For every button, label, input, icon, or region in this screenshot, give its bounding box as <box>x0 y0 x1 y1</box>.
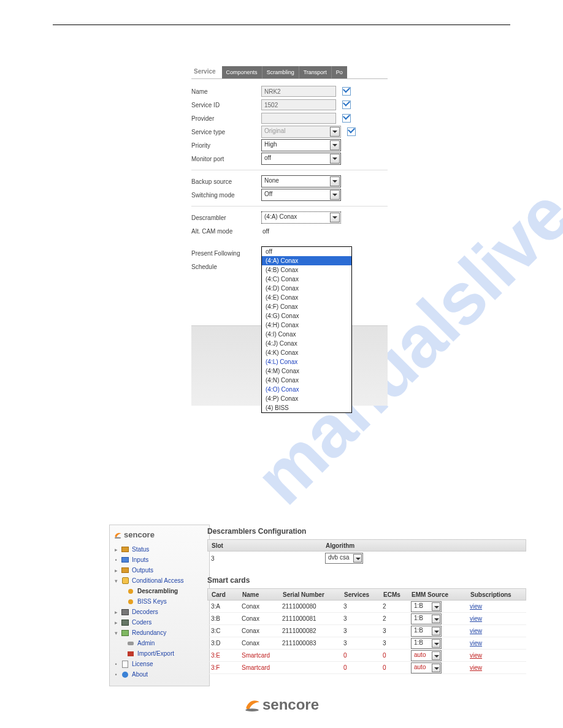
view-link[interactable]: view <box>470 664 482 671</box>
descrambler-dropdown-open[interactable]: off(4:A) Conax(4:B) Conax(4:C) Conax(4:D… <box>261 246 352 413</box>
cell-ecms: 0 <box>383 664 411 671</box>
cell-card: 3:C <box>211 628 242 634</box>
label-alt.-cam-mode: Alt. CAM mode <box>191 228 261 235</box>
sidebar-item-biss-keys[interactable]: BISS Keys <box>113 596 205 607</box>
sidebar-item-label: Conditional Access <box>132 577 184 584</box>
cell-ecms: 2 <box>383 615 411 622</box>
sidebar-item-label: Status <box>132 546 149 553</box>
view-link[interactable]: view <box>470 615 482 622</box>
dropdown-option[interactable]: (4:F) Conax <box>262 302 351 311</box>
page-top-rule <box>53 25 510 25</box>
sidebar-item-outputs[interactable]: ▸Outputs <box>113 565 205 575</box>
cell-serial: 2111000083 <box>282 640 343 646</box>
override-checkbox[interactable] <box>342 87 351 96</box>
sidebar-item-label: Inputs <box>132 556 148 563</box>
chevron-down-icon <box>432 639 440 648</box>
dropdown-option[interactable]: (4:K) Conax <box>262 348 351 357</box>
override-checkbox[interactable] <box>342 114 351 123</box>
dropdown-option[interactable]: (4:A) Conax <box>262 256 351 265</box>
field-row-service-type: Service typeOriginal <box>191 126 388 138</box>
sidebar-item-redundancy[interactable]: ▾Redundancy <box>113 628 205 638</box>
dropdown-option[interactable]: (4:D) Conax <box>262 284 351 293</box>
dropdown-option[interactable]: off <box>262 247 351 256</box>
sidebar-item-label: Admin <box>137 640 155 646</box>
tab-po[interactable]: Po <box>332 66 347 78</box>
sidebar-item-import-export[interactable]: Import/Export <box>113 648 205 659</box>
tree-arrow-icon: ▾ <box>113 578 118 584</box>
algorithm-value: dvb csa <box>328 554 349 561</box>
service-panel: Service ComponentsScramblingTransportPo … <box>191 64 388 278</box>
dropdown-option[interactable]: (4:O) Conax <box>262 385 351 394</box>
priority-select[interactable]: High <box>261 139 341 151</box>
monitor-port-select[interactable]: off <box>261 153 341 165</box>
tab-scrambling[interactable]: Scrambling <box>262 66 299 78</box>
sidebar-item-conditional-access[interactable]: ▾Conditional Access <box>113 575 205 586</box>
tab-components[interactable]: Components <box>222 66 262 78</box>
folder-icon <box>121 629 129 637</box>
bullet-icon <box>127 598 134 605</box>
cell-serial: 2111000081 <box>282 615 343 622</box>
override-checkbox[interactable] <box>347 127 356 136</box>
emm-source-select[interactable]: 1:B <box>411 638 442 649</box>
dropdown-option[interactable]: (4:L) Conax <box>262 357 351 366</box>
service-id-field <box>261 99 336 110</box>
backup-source-select[interactable]: None <box>261 175 341 188</box>
dropdown-option[interactable]: (4) BISS <box>262 403 351 412</box>
dropdown-option[interactable]: (4:P) Conax <box>262 394 351 403</box>
emm-source-select[interactable]: 1:B <box>411 613 442 624</box>
label-priority: Priority <box>191 142 261 149</box>
chevron-down-icon <box>330 190 340 200</box>
sidebar-item-decoders[interactable]: ▸Decoders <box>113 607 205 617</box>
emm-source-select[interactable]: 1:B <box>411 626 442 637</box>
label-schedule: Schedule <box>191 264 261 270</box>
emm-source-select[interactable]: auto <box>411 650 442 661</box>
sidebar-item-license[interactable]: •License <box>113 659 205 669</box>
cell-card: 3:D <box>211 640 242 646</box>
switching-mode-select[interactable]: Off <box>261 189 341 201</box>
field-row-monitor-port: Monitor portoff <box>191 153 388 165</box>
dropdown-option[interactable]: (4:J) Conax <box>262 339 351 348</box>
dropdown-option[interactable]: (4:H) Conax <box>262 320 351 330</box>
emm-source-select[interactable]: 1:B <box>411 601 442 612</box>
table-row: 3:DConax2111000083331:Bview <box>207 637 526 650</box>
cell-card: 3:E <box>211 652 242 659</box>
view-link[interactable]: view <box>470 640 482 646</box>
dropdown-option[interactable]: (4:N) Conax <box>262 376 351 385</box>
dropdown-option[interactable]: (4:M) Conax <box>262 366 351 376</box>
cell-name: Conax <box>242 603 282 610</box>
tree-arrow-icon: • <box>113 672 118 678</box>
dropdown-option[interactable]: (4:B) Conax <box>262 265 351 275</box>
footer-brand-text: sencore <box>262 696 319 713</box>
name-field <box>261 86 336 97</box>
sidebar-item-coders[interactable]: ▸Coders <box>113 617 205 628</box>
dropdown-option[interactable]: (4:G) Conax <box>262 311 351 320</box>
sidebar-item-admin[interactable]: Admin <box>113 638 205 648</box>
view-link[interactable]: view <box>470 652 482 659</box>
sidebar-item-about[interactable]: •About <box>113 669 205 680</box>
cell-serial: 2111000082 <box>282 628 343 634</box>
emm-source-select[interactable]: auto <box>411 662 442 673</box>
override-checkbox[interactable] <box>342 100 351 109</box>
doc-icon <box>121 661 129 668</box>
sidebar-item-descrambling[interactable]: Descrambling <box>113 586 205 596</box>
label-switching-mode: Switching mode <box>191 192 261 199</box>
descramblers-heading: Descramblers Configuration <box>207 527 526 536</box>
table-row: 3:FSmartcard00autoview <box>207 662 526 674</box>
service-tabs: Service ComponentsScramblingTransportPo <box>191 64 388 78</box>
smartcards-heading: Smart cards <box>207 576 526 585</box>
label-name: Name <box>191 88 261 95</box>
dropdown-option[interactable]: (4:C) Conax <box>262 275 351 284</box>
dropdown-option[interactable]: (4:E) Conax <box>262 293 351 302</box>
sidebar-item-inputs[interactable]: •Inputs <box>113 555 205 565</box>
algorithm-select[interactable]: dvb csa <box>325 553 363 564</box>
sidebar-item-status[interactable]: ▸Status <box>113 544 205 555</box>
dropdown-option[interactable]: (4:I) Conax <box>262 330 351 339</box>
tab-transport[interactable]: Transport <box>299 66 332 78</box>
view-link[interactable]: view <box>470 628 482 634</box>
field-row-provider: Provider <box>191 112 388 124</box>
cell-name: Smartcard <box>242 664 282 671</box>
view-link[interactable]: view <box>470 603 482 610</box>
descrambler-select[interactable]: (4:A) Conax <box>261 211 341 224</box>
col-sn: Serial Number <box>283 591 344 598</box>
footer-logo: sencore <box>0 696 563 713</box>
